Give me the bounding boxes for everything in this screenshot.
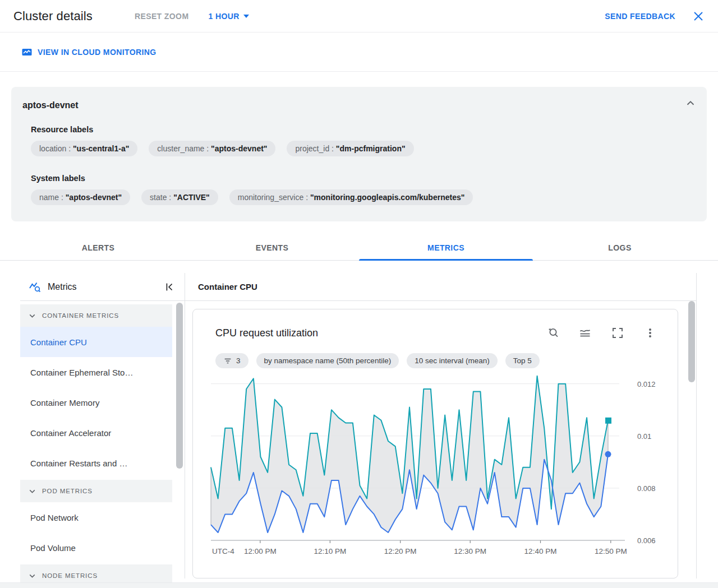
sidebar-item-container-restarts[interactable]: Container Restarts and … (20, 448, 172, 478)
svg-text:0.01: 0.01 (637, 432, 651, 441)
resource-labels-title: Resource labels (31, 125, 93, 134)
time-range-label: 1 HOUR (208, 12, 239, 21)
label-chip: monitoring_service : "monitoring.googlea… (229, 189, 473, 205)
filter-icon (223, 356, 232, 365)
fullscreen-icon (611, 326, 624, 340)
area-chart-icon (578, 326, 592, 340)
close-button[interactable] (692, 10, 705, 22)
cluster-labels-card: aptos-devnet Resource labels location : … (11, 87, 707, 221)
view-in-cloud-monitoring-link[interactable]: VIEW IN CLOUD MONITORING (21, 47, 157, 58)
send-feedback-button[interactable]: SEND FEEDBACK (605, 12, 675, 21)
view-in-cloud-monitoring-label: VIEW IN CLOUD MONITORING (38, 48, 157, 57)
svg-text:12:00 PM: 12:00 PM (244, 547, 277, 555)
svg-text:12:50 PM: 12:50 PM (595, 547, 627, 555)
top5-chip[interactable]: Top 5 (505, 353, 540, 368)
section-label: POD METRICS (42, 488, 93, 494)
svg-text:UTC-4: UTC-4 (212, 547, 234, 555)
groupby-chip[interactable]: by namespace name (50th percentile) (256, 353, 399, 368)
zoom-reset-icon (546, 326, 559, 340)
label-chip: state : "ACTIVE" (141, 189, 218, 205)
tab-alerts[interactable]: ALERTS (11, 235, 185, 260)
close-icon (693, 11, 703, 21)
chart-title: CPU request utilization (215, 327, 545, 339)
tab-metrics[interactable]: METRICS (359, 235, 533, 260)
main-scrollbar[interactable] (688, 301, 695, 382)
filter-count: 3 (236, 356, 241, 365)
section-pod-metrics[interactable]: POD METRICS (20, 480, 172, 502)
chart-card: CPU request utilization (192, 309, 678, 578)
svg-text:12:20 PM: 12:20 PM (384, 547, 417, 555)
interval-chip[interactable]: 10 sec interval (mean) (407, 353, 498, 368)
metrics-explorer-icon (28, 280, 42, 294)
page-bottom-scrollbar[interactable] (0, 582, 718, 588)
page-title: Cluster details (13, 9, 93, 24)
caret-down-icon (243, 15, 249, 18)
more-options-button[interactable] (642, 325, 658, 341)
sidebar-title: Metrics (48, 282, 156, 292)
section-label: NODE METRICS (42, 572, 98, 579)
sidebar-scrollbar[interactable] (176, 303, 183, 469)
chart-filter-chips: 3 by namespace name (50th percentile) 10… (215, 353, 540, 368)
tab-events[interactable]: EVENTS (185, 235, 359, 260)
time-range-button[interactable]: 1 HOUR (208, 12, 248, 21)
chevron-down-icon (27, 311, 37, 321)
label-chip: location : "us-central1-a" (31, 141, 137, 156)
label-chip: name : "aptos-devnet" (31, 189, 130, 205)
collapse-panel-icon (163, 281, 176, 293)
label-chip: cluster_name : "aptos-devnet" (149, 141, 275, 156)
section-label: CONTAINER METRICS (42, 312, 119, 319)
sidebar-header: Metrics (20, 273, 185, 301)
sidebar-item-pod-volume[interactable]: Pod Volume (20, 533, 172, 563)
tab-logs[interactable]: LOGS (533, 235, 707, 260)
chevron-down-icon (27, 571, 37, 581)
svg-text:12:10 PM: 12:10 PM (314, 547, 347, 555)
metrics-sidebar: Metrics CONTAINER METRICS Container CPU … (20, 273, 185, 578)
sidebar-list: CONTAINER METRICS Container CPU Containe… (20, 303, 172, 587)
zoom-reset-button[interactable] (545, 325, 560, 341)
system-labels-row: name : "aptos-devnet" state : "ACTIVE" m… (31, 189, 473, 205)
cluster-details-panel: Cluster details RESET ZOOM 1 HOUR SEND F… (0, 0, 718, 588)
reset-zoom-button[interactable]: RESET ZOOM (135, 12, 189, 21)
cpu-utilization-chart: 0.0120.010.0080.00612:00 PM12:10 PM12:20… (193, 309, 679, 579)
tabs-bar: ALERTS EVENTS METRICS LOGS (0, 235, 718, 261)
chevron-up-icon (684, 97, 697, 109)
system-labels-title: System labels (31, 174, 85, 183)
sidebar-item-container-ephemeral-storage[interactable]: Container Ephemeral Sto… (20, 357, 172, 387)
collapse-sidebar-button[interactable] (162, 280, 177, 294)
sidebar-item-container-memory[interactable]: Container Memory (20, 387, 172, 418)
sidebar-item-pod-network[interactable]: Pod Network (20, 502, 172, 533)
sidebar-item-container-accelerator[interactable]: Container Accelerator (20, 418, 172, 448)
collapse-card-button[interactable] (683, 96, 698, 110)
fullscreen-button[interactable] (610, 325, 625, 341)
svg-text:0.008: 0.008 (637, 484, 656, 493)
label-chip: project_id : "dm-pcfmigration" (287, 141, 413, 156)
filter-count-chip[interactable]: 3 (215, 353, 248, 368)
subbar: VIEW IN CLOUD MONITORING (0, 33, 718, 72)
svg-text:0.012: 0.012 (637, 380, 656, 388)
chevron-down-icon (27, 487, 37, 496)
svg-text:0.006: 0.006 (637, 536, 656, 545)
resource-labels-row: location : "us-central1-a" cluster_name … (31, 141, 414, 156)
metric-panel: Container CPU CPU request utilization (185, 273, 697, 578)
chart-card-header: CPU request utilization (215, 325, 658, 341)
svg-text:12:30 PM: 12:30 PM (454, 547, 486, 555)
svg-text:12:40 PM: 12:40 PM (524, 547, 557, 555)
section-container-metrics[interactable]: CONTAINER METRICS (20, 304, 172, 327)
more-vert-icon (643, 326, 657, 340)
chart-mode-button[interactable] (577, 325, 593, 341)
metrics-content: Metrics CONTAINER METRICS Container CPU … (20, 273, 697, 578)
chart-toolbar (545, 325, 658, 341)
metric-panel-title: Container CPU (185, 273, 696, 301)
monitoring-chart-icon (21, 47, 33, 58)
sidebar-item-container-cpu[interactable]: Container CPU (20, 327, 172, 357)
cluster-name: aptos-devnet (22, 100, 79, 110)
topbar: Cluster details RESET ZOOM 1 HOUR SEND F… (0, 0, 718, 33)
